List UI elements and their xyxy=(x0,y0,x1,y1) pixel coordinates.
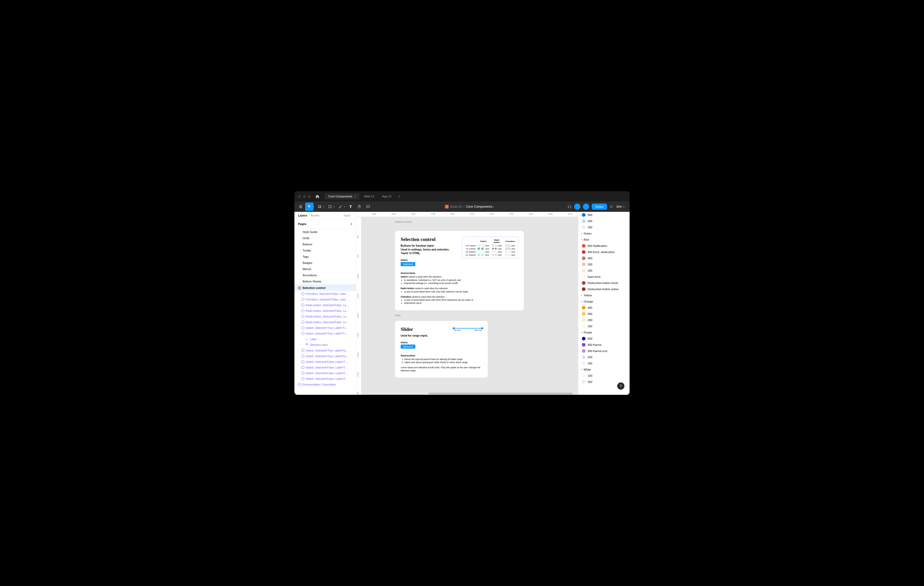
color-swatch-row[interactable]: Destructive button active xyxy=(578,286,630,292)
tab-core-components[interactable]: Core Components✕ xyxy=(325,193,360,199)
color-swatch-row[interactable]: 200 xyxy=(578,218,630,224)
layers-filter[interactable]: Input⌃ xyxy=(344,214,352,217)
layer-item[interactable]: Switch, Selected=True, Label=Tr… xyxy=(294,331,356,336)
page-selection-control[interactable]: Selection control xyxy=(294,285,356,291)
shape-tool[interactable] xyxy=(326,202,334,211)
project-icon xyxy=(445,205,449,209)
traffic-lights[interactable] xyxy=(298,195,311,198)
color-group[interactable]: ▸Green xyxy=(578,230,630,237)
play-icon[interactable] xyxy=(609,205,614,209)
color-swatch-row[interactable]: 500 xyxy=(578,336,630,342)
color-swatch-row[interactable]: 300 xyxy=(578,255,630,261)
avatar[interactable] xyxy=(583,204,589,210)
status-heading: Status xyxy=(401,341,482,344)
color-swatch-row[interactable]: 300 xyxy=(578,311,630,317)
page-item[interactable]: Bottom Sheets xyxy=(294,278,356,285)
page-item[interactable]: Tooltip xyxy=(294,247,356,253)
tab-web-ui[interactable]: Web UI xyxy=(360,193,378,199)
menu-icon[interactable] xyxy=(297,202,305,211)
text-tool[interactable] xyxy=(346,202,355,211)
color-group[interactable]: ▾Orange xyxy=(578,298,630,305)
swatch xyxy=(582,263,586,266)
headphones-icon[interactable] xyxy=(568,205,572,209)
chevron-down-icon[interactable]: ▾ xyxy=(493,206,494,208)
layer-item[interactable]: Checkbox, Selected=False, Labe… xyxy=(294,291,356,296)
chevron-down-icon[interactable]: ▾ xyxy=(344,206,345,208)
color-swatch-row[interactable]: 400 xyxy=(578,305,630,311)
page-item[interactable]: Accordions xyxy=(294,272,356,278)
layer-item[interactable]: Radio button, Selected=False, La… xyxy=(294,308,356,314)
move-tool[interactable] xyxy=(305,202,314,211)
comment-tool[interactable] xyxy=(364,202,372,211)
chevron-down-icon: ▾ xyxy=(581,331,582,333)
color-swatch-row[interactable]: 100 xyxy=(578,224,630,230)
control-grid: SwitchRadio buttonCheckbox Off, enabledL… xyxy=(462,237,518,258)
avatar[interactable] xyxy=(574,204,580,210)
diamond-icon xyxy=(301,303,305,307)
color-swatch-row[interactable]: 100 xyxy=(578,323,630,329)
hand-tool[interactable] xyxy=(355,202,363,211)
color-group[interactable]: ▾White xyxy=(578,367,630,373)
color-swatch-row[interactable]: Destructive button hover xyxy=(578,280,630,286)
color-swatch-row[interactable]: 400 Karma xyxy=(578,342,630,348)
layer-item[interactable]: Checkbox, Selected=False, Labe… xyxy=(294,296,356,302)
chevron-down-icon[interactable]: ▾ xyxy=(624,206,624,208)
share-button[interactable]: Share xyxy=(592,204,607,210)
scrollbar-horizontal[interactable] xyxy=(429,393,573,394)
diamond-icon xyxy=(301,349,305,352)
app-window: Core Components✕ Web UI App UI + ▾ ▾ ▾ ▾… xyxy=(294,191,630,395)
frame-tool[interactable] xyxy=(315,202,324,211)
add-page[interactable]: + xyxy=(350,222,352,226)
color-swatch-row[interactable]: 200 xyxy=(578,261,630,267)
color-swatch-row[interactable]: 100 xyxy=(578,267,630,274)
color-swatch-row[interactable]: 400 Error, destruction xyxy=(578,249,630,255)
color-swatch-row[interactable]: 100 xyxy=(578,373,630,379)
tab-app-ui[interactable]: App UI xyxy=(378,193,395,199)
chevron-down-icon[interactable]: ▾ xyxy=(333,206,335,208)
page-item[interactable]: Badges xyxy=(294,260,356,266)
swatch xyxy=(582,343,586,347)
layer-item[interactable]: Documentation / Description xyxy=(294,382,356,387)
color-swatch-row[interactable]: 100 xyxy=(578,360,630,367)
home-icon[interactable] xyxy=(315,194,319,198)
layer-item[interactable]: Selection input xyxy=(294,342,356,347)
layer-item[interactable]: Switch, Selected=False, Label=T… xyxy=(294,365,356,370)
layer-item[interactable]: Radio button, Selected=False, La… xyxy=(294,314,356,319)
page-item[interactable]: Grids xyxy=(294,235,356,241)
layer-item[interactable]: Switch, Selected=True, Label=Fa… xyxy=(294,347,356,353)
chevron-down-icon: ▾ xyxy=(581,239,582,241)
close-icon[interactable]: ✕ xyxy=(354,195,356,198)
layer-item[interactable]: Radio button, Selected=False, La… xyxy=(294,302,356,308)
layer-item[interactable]: Switch, Selected=True, Label=Tr… xyxy=(294,325,356,331)
add-tab[interactable]: + xyxy=(396,193,402,199)
layer-item[interactable]: Switch, Selected=False, Label=F… xyxy=(294,370,356,376)
chevron-down-icon[interactable]: ▾ xyxy=(323,206,324,208)
layer-item[interactable]: Switch, Selected=False, Label=F… xyxy=(294,376,356,382)
canvas[interactable]: 2000225025002750300032503500375040004250… xyxy=(356,212,578,395)
chevron-down-icon[interactable]: ▾ xyxy=(313,206,314,208)
tab-layers[interactable]: Layers xyxy=(298,214,307,217)
page-item[interactable]: Buttons xyxy=(294,241,356,247)
color-swatch-row[interactable]: 300 Karma icon xyxy=(578,348,630,354)
page-item[interactable]: Style Guide xyxy=(294,229,356,235)
help-button[interactable]: ? xyxy=(617,382,624,390)
breadcrumb[interactable]: Build Kit/ Core Components▾ xyxy=(373,205,567,209)
zoom-value[interactable]: 39% xyxy=(616,205,622,208)
color-swatch-row[interactable]: 200 xyxy=(578,317,630,323)
color-group[interactable]: ▸Yellow xyxy=(578,292,630,298)
color-swatch-row[interactable]: Input error xyxy=(578,274,630,280)
layer-item[interactable]: Switch, Selected=False, Label=T… xyxy=(294,359,356,365)
color-swatch-row[interactable]: 500 Notification xyxy=(578,243,630,249)
page-item[interactable]: Menus xyxy=(294,266,356,272)
color-swatch-row[interactable]: 300 xyxy=(578,212,630,218)
page-item[interactable]: Tags xyxy=(294,253,356,260)
color-group[interactable]: ▾Purple xyxy=(578,329,630,336)
color-swatch-row[interactable]: 200 xyxy=(578,354,630,360)
pen-tool[interactable] xyxy=(336,202,345,211)
color-group[interactable]: ▾Red xyxy=(578,237,630,243)
diamond-icon xyxy=(301,314,305,318)
layer-item[interactable]: Label xyxy=(294,336,356,342)
layer-item[interactable]: Radio button, Selected=False, La… xyxy=(294,319,356,325)
layer-item[interactable]: Switch, Selected=True, Label=Fa… xyxy=(294,353,356,359)
tab-assets[interactable]: Assets xyxy=(311,214,319,217)
